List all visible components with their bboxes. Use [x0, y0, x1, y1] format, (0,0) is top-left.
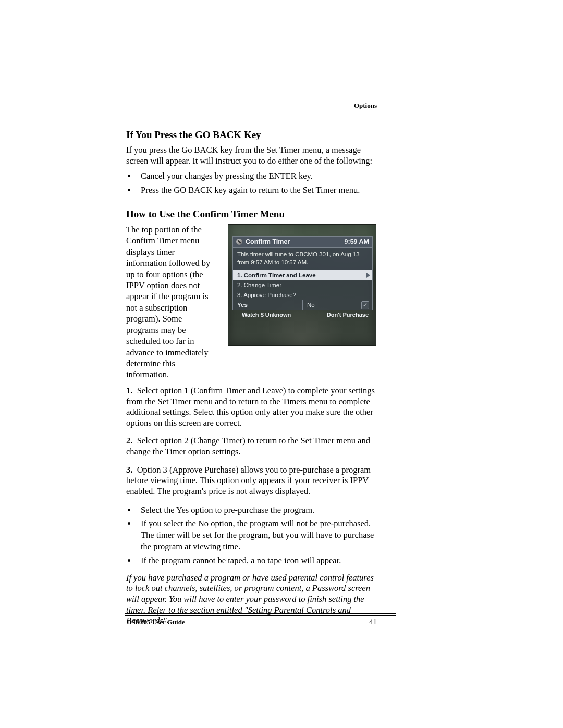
list-item: Cancel your changes by pressing the ENTE… [137, 170, 376, 182]
yes-sublabel: Watch $ Unknown [242, 312, 291, 318]
step-2-text: Select option 2 (Change Timer) to return… [126, 436, 370, 456]
list-item: If the program cannot be taped, a no tap… [137, 555, 376, 566]
section1-bullet-list: Cancel your changes by pressing the ENTE… [126, 170, 376, 196]
no-option[interactable]: No [303, 300, 372, 310]
section2-heading: How to Use the Confirm Timer Menu [126, 208, 376, 220]
step-3-text: Option 3 (Approve Purchase) allows you t… [126, 465, 371, 496]
dialog-title-text: Confirm Timer [246, 238, 290, 245]
document-page: Options If You Press the GO BACK Key If … [0, 0, 563, 728]
dialog-clock: 9:59 AM [345, 238, 369, 245]
footer-divider [125, 613, 396, 616]
step-2: 2. Select option 2 (Change Timer) to ret… [126, 436, 376, 457]
dialog-description: This timer will tune to CBCMO 301, on Au… [232, 248, 373, 270]
yes-no-sublabels: Watch $ Unknown Don't Purchase [232, 310, 373, 321]
main-content: If You Press the GO BACK Key If you pres… [126, 129, 376, 635]
step-1-text: Select option 1 (Confirm Timer and Leave… [126, 386, 375, 428]
dialog-title-left: Confirm Timer [236, 238, 290, 245]
list-item: If you select the No option, the program… [137, 518, 376, 553]
yes-no-row: Yes No [232, 300, 373, 310]
footer-guide-title: DSR205 User Guide [127, 618, 185, 626]
step-1: 1. Select option 1 (Confirm Timer and Le… [126, 386, 376, 429]
yes-option[interactable]: Yes [233, 300, 303, 310]
step-3: 3. Option 3 (Approve Purchase) allows yo… [126, 465, 376, 497]
no-sublabel: Don't Purchase [327, 312, 369, 318]
section1-heading: If You Press the GO BACK Key [126, 129, 376, 141]
confirm-timer-screenshot: Confirm Timer 9:59 AM This timer will tu… [228, 224, 376, 346]
menu-item-approve-purchase[interactable]: 3. Approve Purchase? [232, 290, 373, 300]
section2: How to Use the Confirm Timer Menu The to… [126, 208, 376, 626]
header-section-label: Options [354, 102, 377, 110]
section2-top-row: The top portion of the Confirm Timer men… [126, 224, 376, 380]
prohibit-icon [236, 239, 242, 245]
list-item: Select the Yes option to pre-purchase th… [137, 504, 376, 516]
section2-sub-bullets: Select the Yes option to pre-purchase th… [126, 504, 376, 566]
dialog-panel: Confirm Timer 9:59 AM This timer will tu… [232, 236, 373, 321]
list-item: Press the GO BACK key again to return to… [137, 184, 376, 196]
page-number: 41 [369, 618, 377, 626]
menu-item-confirm-and-leave[interactable]: 1. Confirm Timer and Leave [232, 270, 373, 280]
dialog-title-bar: Confirm Timer 9:59 AM [232, 236, 373, 248]
section1-intro: If you press the Go BACK key from the Se… [126, 145, 376, 166]
menu-item-change-timer[interactable]: 2. Change Timer [232, 280, 373, 290]
section2-left-paragraph: The top portion of the Confirm Timer men… [126, 224, 212, 380]
